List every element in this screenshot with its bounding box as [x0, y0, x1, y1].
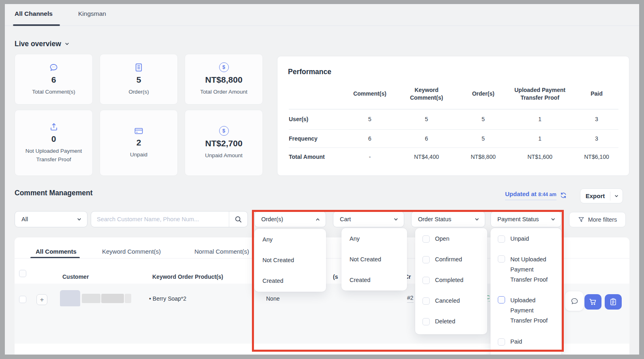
cart-action-button[interactable] — [584, 294, 601, 310]
perf-col-header: Order(s) — [455, 90, 512, 98]
refresh-icon[interactable] — [560, 192, 567, 199]
perf-row-label: User(s) — [289, 116, 341, 122]
chevron-down-icon[interactable] — [64, 41, 70, 47]
performance-panel: Performance Comment(s) Keyword Comment(s… — [277, 56, 629, 176]
search-button[interactable] — [229, 212, 247, 227]
menu-item-not-uploaded-proof[interactable]: Not Uploaded Payment Transfer Proof — [490, 249, 561, 290]
comment-management-title: Comment Management — [15, 189, 93, 197]
checkbox-uploaded-proof[interactable] — [498, 296, 505, 303]
export-button[interactable]: Export — [580, 188, 623, 203]
customer-name-redacted — [101, 294, 124, 303]
stat-value: 2 — [136, 138, 141, 147]
menu-item-created[interactable]: Created — [341, 269, 407, 290]
upload-icon — [49, 122, 58, 131]
col-header-keyword-order-products: Keyword Order Product(s) — [152, 274, 223, 280]
checkbox-paid[interactable] — [498, 338, 505, 346]
menu-item-canceled[interactable]: Canceled — [415, 290, 487, 311]
stat-value: 0 — [51, 134, 56, 144]
menu-item-deleted[interactable]: Deleted — [415, 311, 487, 331]
more-filters-button[interactable]: More filters — [569, 212, 626, 227]
row-checkbox[interactable] — [19, 296, 26, 303]
menu-item-confirmed[interactable]: Confirmed — [415, 249, 487, 269]
checkbox-unpaid[interactable] — [498, 235, 505, 243]
menu-item-uploaded-proof[interactable]: Uploaded Payment Transfer Proof — [490, 290, 561, 331]
menu-item-completed[interactable]: Completed — [415, 269, 487, 290]
perf-cell: 6 — [341, 135, 398, 142]
stat-label: Total Order Amount — [200, 88, 247, 96]
tab-normal-comments[interactable]: Normal Comment(s) — [194, 248, 249, 255]
stat-value: 5 — [136, 75, 141, 85]
order-doc-icon — [134, 63, 143, 72]
updated-at-label: Updated at — [505, 190, 537, 197]
expand-row-button[interactable]: + — [36, 294, 47, 305]
payment-status-filter-dropdown[interactable]: Payment Status — [490, 211, 561, 227]
checkbox-label: Unpaid — [510, 235, 529, 242]
menu-item-not-created[interactable]: Not Created — [254, 250, 326, 270]
orders-filter-dropdown[interactable]: Order(s) — [254, 211, 326, 227]
stat-card-unpaid-amount: $ NT$2,700 Unpaid Amount — [185, 110, 263, 176]
updated-at[interactable]: Updated at 8:44 am — [505, 190, 567, 200]
live-overview-title: Live overview — [15, 40, 61, 48]
order-number-link[interactable]: #2 — [407, 295, 414, 303]
orders-filter-menu: Any Not Created Created — [254, 229, 326, 292]
checkbox-label: Confirmed — [435, 256, 462, 263]
checkbox-canceled[interactable] — [422, 297, 430, 305]
col-header-fragment: (s — [333, 274, 338, 280]
stat-value: 6 — [51, 75, 56, 85]
comment-action-button[interactable] — [565, 291, 584, 311]
channel-tabbar: All Channels Kingsman — [5, 4, 639, 26]
orders-filter-label: Order(s) — [261, 216, 283, 222]
menu-item-paid[interactable]: Paid — [490, 331, 561, 352]
performance-row-frequency: Frequency 6 6 5 1 3 — [289, 129, 625, 147]
export-chevron-down-icon[interactable] — [610, 194, 623, 199]
perf-row-label: Frequency — [289, 135, 341, 142]
payment-status-filter-menu: Unpaid Not Uploaded Payment Transfer Pro… — [490, 228, 561, 355]
performance-header-row: Comment(s) Keyword Comment(s) Order(s) U… — [289, 79, 625, 109]
payment-status-filter-label: Payment Status — [497, 216, 539, 222]
dollar-coin-icon: $ — [219, 126, 229, 136]
perf-col-header: Comment(s) — [341, 90, 398, 98]
perf-cell: 5 — [398, 116, 455, 122]
stat-card-unpaid: 2 Unpaid — [100, 110, 178, 176]
stat-value: NT$8,800 — [205, 75, 242, 85]
menu-item-created[interactable]: Created — [254, 270, 326, 291]
perf-cell: 6 — [398, 135, 455, 142]
perf-cell: 1 — [512, 135, 568, 142]
credit-card-icon — [134, 127, 143, 135]
customer-name-redacted — [125, 294, 131, 303]
checkbox-not-uploaded-proof[interactable] — [498, 255, 505, 263]
checkbox-open[interactable] — [422, 235, 430, 243]
menu-item-open[interactable]: Open — [415, 228, 487, 249]
comment-bubble-icon — [570, 297, 579, 306]
checkbox-completed[interactable] — [422, 277, 430, 284]
checkbox-confirmed[interactable] — [422, 256, 430, 263]
more-filters-label: More filters — [588, 216, 617, 223]
menu-item-any[interactable]: Any — [341, 228, 407, 249]
select-all-checkbox[interactable] — [19, 270, 26, 277]
order-status-filter-menu: Open Confirmed Completed Canceled Delete… — [415, 228, 487, 334]
perf-cell: - — [341, 154, 398, 160]
tab-keyword-comments[interactable]: Keyword Comment(s) — [102, 248, 161, 255]
channel-filter-select[interactable]: All — [15, 211, 87, 227]
menu-item-not-created[interactable]: Not Created — [341, 249, 407, 269]
perf-col-header: Keyword Comment(s) — [398, 86, 455, 102]
stat-card-orders: 5 Order(s) — [100, 54, 178, 105]
tab-all-comments[interactable]: All Comments — [36, 248, 77, 255]
menu-item-any[interactable]: Any — [254, 229, 326, 250]
comment-bubble-icon — [49, 63, 58, 72]
tab-all-channels[interactable]: All Channels — [15, 10, 53, 17]
active-tab-underline — [13, 24, 60, 26]
perf-cell: NT$4,400 — [398, 154, 455, 160]
screenshot-frame: All Channels Kingsman Live overview 6 To… — [0, 0, 644, 359]
checkbox-label: Canceled — [435, 297, 460, 304]
order-detail-action-button[interactable] — [605, 294, 622, 310]
search-input[interactable] — [91, 212, 229, 227]
order-status-filter-dropdown[interactable]: Order Status — [411, 211, 485, 227]
stat-label: Total Comment(s) — [32, 88, 75, 96]
tab-kingsman[interactable]: Kingsman — [78, 10, 106, 17]
checkbox-label: Completed — [435, 277, 463, 283]
perf-col-header: Uploaded Payment Transfer Proof — [512, 86, 568, 102]
menu-item-unpaid[interactable]: Unpaid — [490, 228, 561, 249]
checkbox-deleted[interactable] — [422, 318, 430, 325]
cart-filter-dropdown[interactable]: Cart — [333, 211, 404, 227]
